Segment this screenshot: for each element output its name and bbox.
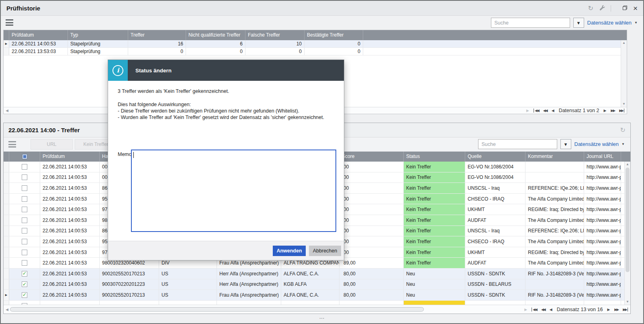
row-checkbox[interactable] (22, 228, 27, 234)
table-row[interactable]: ▶✓22.06.2021 14:00:539002025520170213USF… (4, 290, 624, 301)
menu-icon[interactable] (6, 19, 13, 26)
vscroll-thumb[interactable] (626, 168, 630, 272)
restore-icon[interactable] (622, 5, 628, 12)
row-checkbox[interactable] (22, 250, 27, 255)
table-cell: http://www.awr-portal.d (584, 194, 621, 204)
scroll-up-icon[interactable]: ▲ (625, 162, 630, 167)
column-header[interactable]: Treffer (128, 30, 186, 40)
table-cell: 0 (186, 48, 245, 55)
pager-next-icon[interactable]: ▶ (603, 109, 606, 113)
row-checkbox[interactable] (22, 207, 27, 212)
column-header[interactable]: Typ (68, 30, 128, 40)
select-all-column-header[interactable] (9, 152, 40, 162)
column-header[interactable]: Falsche Treffer (245, 30, 305, 40)
table-cell: 0 (305, 40, 363, 47)
table-cell: Herr Alfa (Ansprechpartner) (217, 269, 281, 279)
column-header[interactable]: Score (339, 152, 404, 162)
pager-prev-icon[interactable]: ◀ (550, 308, 552, 312)
table-cell: http://www.awr-portal.d (584, 290, 621, 300)
table-cell: Neu (404, 279, 465, 290)
column-header[interactable]: Prüfdatum (9, 30, 68, 40)
row-checkbox[interactable] (22, 239, 27, 244)
row-select-cell (9, 172, 40, 183)
row-checkbox[interactable]: ✓ (22, 292, 27, 298)
pager-first-icon[interactable]: ◀◀ (534, 109, 539, 113)
table-cell: KGB ALFA (281, 279, 339, 290)
table-cell: 22.06.2021 14:00:53 (40, 258, 100, 268)
treffer-menu-icon[interactable] (8, 141, 16, 148)
row-checkbox[interactable] (22, 185, 27, 191)
treffer-select-records-dropdown[interactable]: Datensätze wählen ▼ (574, 141, 625, 147)
table-row[interactable]: ✓22.06.2021 14:00:539003070220201223USHe… (4, 279, 624, 290)
table-row[interactable]: ✓22.06.2021 14:00:539002025520170213USHe… (4, 269, 624, 279)
search-input[interactable] (491, 18, 570, 28)
table-cell: 22.06.2021 14:00:53 (9, 40, 68, 47)
table-cell: 22.06.2021 14:00:53 (40, 236, 100, 247)
pager-last-icon[interactable]: ▶▶ (623, 308, 628, 312)
text-caret (133, 152, 134, 158)
row-marker (4, 269, 9, 279)
scroll-right-icon[interactable]: ▶ (526, 109, 529, 113)
column-header-filler (363, 30, 627, 40)
pager-first-icon[interactable]: ◀◀ (532, 308, 537, 312)
scroll-left-icon[interactable]: ◀ (6, 305, 8, 314)
table-cell: 22.06.2021 14:00:53 (40, 183, 100, 193)
pager-last-icon[interactable]: ▶▶ (619, 109, 624, 113)
scroll-up-icon[interactable]: ▲ (621, 40, 627, 46)
column-header[interactable]: Bestätigte Treffer (305, 30, 363, 40)
wrench-icon[interactable] (599, 5, 605, 12)
column-header[interactable]: Nicht qualifizierte Treffer (186, 30, 245, 40)
pager-next-page-icon[interactable]: ▶▶ (611, 109, 615, 113)
table-cell: REFERENCE: IQe.206; LISTE... (525, 183, 584, 193)
row-checkbox[interactable] (22, 217, 27, 223)
table-cell: EG-VO Nr.1086/2004 (465, 172, 525, 183)
memo-textarea[interactable] (131, 150, 336, 232)
column-header[interactable]: Journal URL (584, 152, 621, 162)
pager-prev-page-icon[interactable]: ◀◀ (541, 308, 545, 312)
row-checkbox[interactable] (22, 260, 27, 266)
table-row[interactable]: 22.06.2021 13:53:03Stapelprüfung0000 (4, 48, 621, 55)
pager-prev-page-icon[interactable]: ◀◀ (543, 109, 547, 113)
dialog-footer: Anwenden Abbrechen (108, 241, 344, 260)
table-row[interactable]: ▶22.06.2021 14:00:53Stapelprüfung166100 (4, 40, 621, 48)
filter-dropdown-button[interactable]: ▼ (573, 18, 584, 28)
splitter-handle[interactable]: ⋯ (0, 315, 644, 321)
scroll-down-icon[interactable]: ▼ (621, 101, 627, 107)
scroll-right-icon[interactable]: ▶ (524, 308, 527, 312)
scroll-down-icon[interactable]: ▼ (625, 299, 630, 305)
row-marker (4, 236, 9, 247)
close-icon[interactable]: × (633, 4, 638, 12)
hscroll-thumb[interactable] (10, 307, 424, 312)
table-cell: http://www.awr-portal.d (584, 204, 621, 215)
column-header[interactable]: Prüfdatum (40, 152, 100, 162)
row-checkbox[interactable] (22, 196, 27, 202)
row-checkbox[interactable] (22, 174, 27, 180)
row-checkbox[interactable]: ✓ (22, 271, 27, 277)
pager-next-icon[interactable]: ▶ (607, 308, 610, 312)
table-cell: USSDN - SDNTK (465, 269, 525, 279)
apply-button[interactable]: Anwenden (273, 246, 306, 256)
treffer-grid-bottombar: ◀ ▶ ◀◀ ◀◀ ◀ Datensatz 13 von 16 ▶ ▶▶ ▶▶ (4, 305, 630, 314)
pager-prev-icon[interactable]: ◀ (552, 109, 554, 113)
url-button[interactable]: URL (31, 139, 73, 150)
table-cell: 22.06.2021 14:00:53 (40, 215, 100, 226)
row-checkbox[interactable]: ✓ (22, 281, 27, 287)
pager-next-page-icon[interactable]: ▶▶ (614, 308, 618, 312)
cancel-button[interactable]: Abbrechen (309, 246, 341, 256)
treffer-filter-dropdown-button[interactable]: ▼ (560, 139, 571, 149)
column-header[interactable]: Quelle (465, 152, 525, 162)
select-all-checkbox[interactable] (22, 154, 27, 159)
scroll-left-icon[interactable]: ◀ (6, 107, 8, 114)
history-grid-vscrollbar[interactable]: ▲ ▼ (621, 40, 627, 107)
table-cell: UKHMT (465, 247, 525, 258)
panel-refresh-icon[interactable]: ↻ (620, 123, 626, 137)
treffer-search-input[interactable] (478, 139, 557, 149)
table-cell: http://www.awr-portal.d (584, 247, 621, 258)
treffer-grid-vscrollbar[interactable]: ▲ ▼ (624, 162, 630, 305)
select-records-dropdown[interactable]: Datensätze wählen ▼ (587, 20, 638, 26)
column-header[interactable]: Status (404, 152, 465, 162)
column-header[interactable]: Kommentar (525, 152, 584, 162)
row-checkbox[interactable] (22, 164, 27, 170)
table-cell: http://www.awr-portal.d (584, 215, 621, 226)
refresh-icon[interactable]: ↻ (588, 5, 593, 12)
